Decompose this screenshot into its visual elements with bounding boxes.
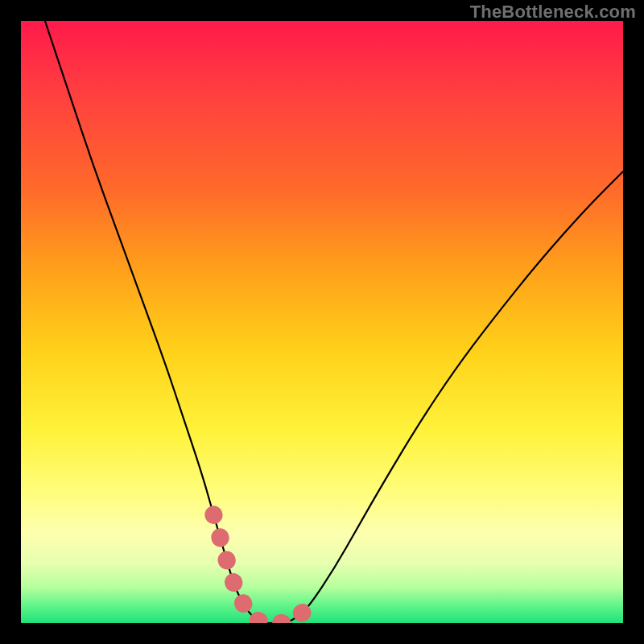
bottleneck-curve [45,21,623,623]
watermark-text: TheBottleneck.com [470,2,636,23]
chart-frame: TheBottleneck.com [0,0,644,644]
plot-area [21,21,623,623]
highlight-segment [213,514,310,623]
curve-svg [21,21,623,623]
